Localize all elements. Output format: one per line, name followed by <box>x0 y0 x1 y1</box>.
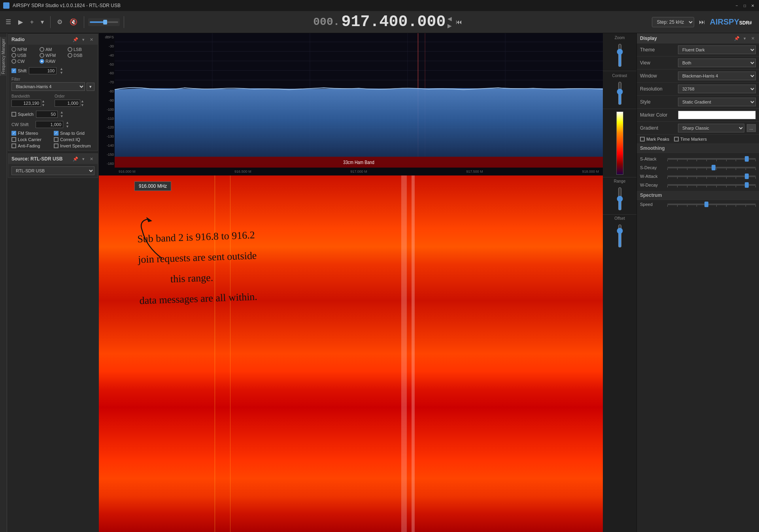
cw-shift-input[interactable] <box>36 121 63 128</box>
source-dropdown-button[interactable]: ▾ <box>80 156 87 162</box>
mark-peaks-wrap[interactable]: Mark Peaks <box>640 137 669 141</box>
frequency-manager-tab[interactable]: Frequency Manager <box>0 37 6 76</box>
freq-main[interactable]: 917.400.000 <box>342 13 446 31</box>
source-pin-button[interactable]: 📌 <box>72 156 79 162</box>
view-select[interactable]: Both <box>678 58 756 67</box>
minimize-button[interactable]: − <box>734 2 740 9</box>
mode-usb[interactable]: USB <box>11 53 38 58</box>
waterfall-area[interactable]: 916.000 MHz Sub band 2 is 916.8 to 916.2… <box>99 175 603 532</box>
order-down-arrow[interactable]: ▼ <box>81 103 84 107</box>
fm-stereo-wrap[interactable]: FM Stereo <box>11 131 52 136</box>
mode-nfm-radio[interactable] <box>11 47 16 52</box>
mode-dsb-radio[interactable] <box>68 53 72 58</box>
lock-carrier-wrap[interactable]: Lock Carrier <box>11 137 52 142</box>
order-up-arrow[interactable]: ▲ <box>81 99 84 103</box>
gradient-edit-button[interactable]: ... <box>747 124 756 132</box>
freq-back-button[interactable]: ⏮ <box>453 17 464 27</box>
theme-select[interactable]: Fluent Dark <box>678 45 756 54</box>
offset-slider[interactable] <box>616 224 624 248</box>
display-close-button[interactable]: ✕ <box>750 35 756 42</box>
radio-close-button[interactable]: ✕ <box>88 36 94 43</box>
squelch-up[interactable]: ▲ <box>60 110 64 114</box>
play-button[interactable]: ▶ <box>16 17 25 27</box>
mode-cw[interactable]: CW <box>11 59 38 64</box>
display-pin-button[interactable]: 📌 <box>734 35 740 42</box>
mode-am-radio[interactable] <box>40 47 44 52</box>
close-button[interactable]: ✕ <box>750 2 756 9</box>
shift-checkbox[interactable] <box>11 68 16 73</box>
shift-checkbox-wrap[interactable]: Shift <box>11 68 26 73</box>
shift-value-input[interactable] <box>29 67 57 74</box>
shift-down-arrow[interactable]: ▼ <box>60 71 63 75</box>
order-input[interactable] <box>55 100 80 107</box>
invert-spectrum-wrap[interactable]: Invert Spectrum <box>54 143 94 148</box>
style-select[interactable]: Static Gradient <box>678 98 756 106</box>
bandwidth-input[interactable] <box>11 100 41 107</box>
invert-spectrum-checkbox[interactable] <box>54 143 59 148</box>
mark-peaks-checkbox[interactable] <box>640 137 645 141</box>
mode-dsb[interactable]: DSB <box>68 53 94 58</box>
contrast-slider[interactable] <box>616 81 624 105</box>
bandwidth-down-arrow[interactable]: ▼ <box>42 103 45 107</box>
mode-cw-radio[interactable] <box>11 59 16 64</box>
mode-lsb[interactable]: LSB <box>68 47 94 52</box>
zoom-slider[interactable] <box>616 43 624 67</box>
add-button[interactable]: + <box>28 17 36 27</box>
correct-iq-wrap[interactable]: Correct IQ <box>54 137 94 142</box>
s-attack-thumb[interactable] <box>745 156 749 162</box>
dropdown-button[interactable]: ▾ <box>38 17 46 27</box>
squelch-checkbox-wrap[interactable]: Squelch <box>11 112 34 117</box>
cw-up[interactable]: ▲ <box>66 121 69 125</box>
spectrum-canvas[interactable]: 33cm Ham Band <box>115 33 603 168</box>
w-attack-thumb[interactable] <box>745 174 749 179</box>
squelch-checkbox[interactable] <box>11 112 16 117</box>
device-select[interactable]: RTL-SDR USB <box>11 166 94 175</box>
squelch-down[interactable]: ▼ <box>60 114 64 118</box>
invert-spectrum-label: Invert Spectrum <box>60 143 91 148</box>
maximize-button[interactable]: □ <box>742 2 748 9</box>
speed-thumb[interactable] <box>704 202 708 207</box>
freq-down-arrow[interactable]: ▶ <box>447 23 452 29</box>
source-close-button[interactable]: ✕ <box>88 156 94 162</box>
cw-down[interactable]: ▼ <box>66 125 69 128</box>
window-select[interactable]: Blackman-Harris 4 <box>678 72 756 80</box>
mode-usb-radio[interactable] <box>11 53 16 58</box>
resolution-select[interactable]: 32768 <box>678 85 756 93</box>
filter-expand-button[interactable]: ▾ <box>87 83 94 91</box>
marker-color-swatch[interactable] <box>678 111 756 119</box>
mode-raw-radio[interactable] <box>40 59 44 64</box>
snap-grid-wrap[interactable]: Snap to Grid <box>54 131 94 136</box>
settings-button[interactable]: ⚙ <box>55 17 65 27</box>
display-dropdown-button[interactable]: ▾ <box>742 35 748 42</box>
time-markers-wrap[interactable]: Time Markers <box>674 137 707 141</box>
step-selector[interactable]: Step: 25 kHz <box>652 17 694 27</box>
filter-select[interactable]: Blackman-Harris 4 <box>11 82 85 91</box>
mode-wfm-radio[interactable] <box>40 53 44 58</box>
mode-raw[interactable]: RAW <box>40 59 66 64</box>
anti-fading-wrap[interactable]: Anti-Fading <box>11 143 52 148</box>
fm-stereo-checkbox[interactable] <box>11 131 16 136</box>
lock-carrier-checkbox[interactable] <box>11 137 16 142</box>
s-decay-thumb[interactable] <box>712 165 716 170</box>
fast-forward-button[interactable]: ⏭ <box>697 17 708 27</box>
squelch-input[interactable] <box>36 111 58 118</box>
radio-dropdown-button[interactable]: ▾ <box>80 36 87 43</box>
mode-am[interactable]: AM <box>40 47 66 52</box>
mode-lsb-radio[interactable] <box>68 47 72 52</box>
menu-button[interactable]: ☰ <box>3 17 13 27</box>
correct-iq-checkbox[interactable] <box>54 137 59 142</box>
mode-wfm[interactable]: WFM <box>40 53 66 58</box>
freq-up-arrow[interactable]: ◀ <box>447 15 452 22</box>
bandwidth-up-arrow[interactable]: ▲ <box>42 99 45 103</box>
w-decay-thumb[interactable] <box>745 182 749 188</box>
snap-grid-checkbox[interactable] <box>54 131 59 136</box>
mute-button[interactable]: 🔇 <box>67 17 80 27</box>
mode-nfm[interactable]: NFM <box>11 47 38 52</box>
time-markers-checkbox[interactable] <box>674 137 679 141</box>
radio-pin-button[interactable]: 📌 <box>72 36 79 43</box>
anti-fading-checkbox[interactable] <box>11 143 16 148</box>
volume-slider[interactable] <box>88 18 120 26</box>
gradient-select[interactable]: Sharp Classic <box>678 124 744 132</box>
range-slider[interactable] <box>616 187 624 211</box>
shift-up-arrow[interactable]: ▲ <box>60 67 63 71</box>
